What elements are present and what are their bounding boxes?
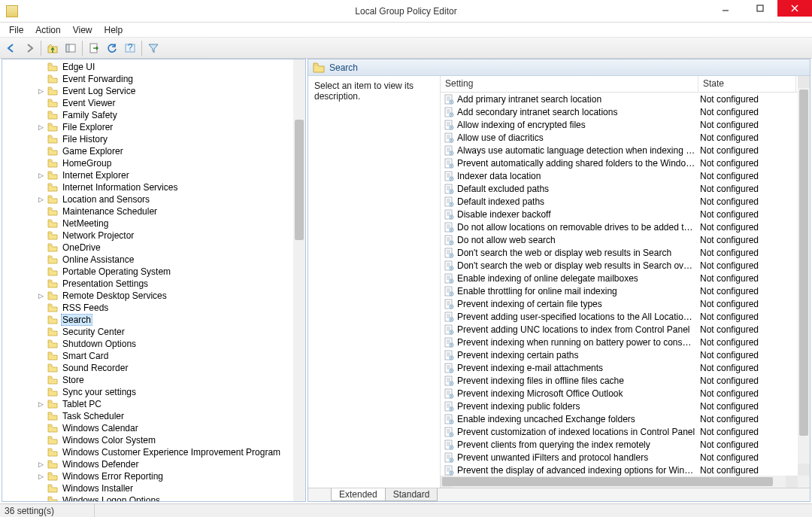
- tree-item[interactable]: Presentation Settings: [47, 278, 293, 290]
- column-state[interactable]: State: [698, 76, 796, 92]
- tree-item[interactable]: Edge UI: [47, 61, 293, 73]
- tree-item[interactable]: Internet Information Services: [47, 181, 293, 193]
- tree-item[interactable]: ▷Event Log Service: [47, 85, 293, 97]
- maximize-button[interactable]: [743, 0, 777, 17]
- tab-extended[interactable]: Extended: [331, 488, 386, 501]
- tree-item[interactable]: NetMeeting: [47, 217, 293, 230]
- setting-row[interactable]: Prevent customization of indexed locatio…: [441, 425, 798, 438]
- setting-row[interactable]: Don't search the web or display web resu…: [441, 259, 798, 272]
- setting-row[interactable]: Always use automatic language detection …: [441, 144, 798, 157]
- menu-action[interactable]: Action: [29, 23, 66, 37]
- tree-item[interactable]: Event Viewer: [47, 97, 293, 109]
- menu-help[interactable]: Help: [98, 23, 129, 37]
- tree-item[interactable]: Shutdown Options: [47, 338, 293, 350]
- tree-item[interactable]: Task Scheduler: [47, 410, 293, 422]
- setting-row[interactable]: Prevent indexing Microsoft Office Outloo…: [441, 387, 798, 400]
- tree-item[interactable]: ▷Location and Sensors: [47, 193, 293, 205]
- setting-row[interactable]: Allow use of diacriticsNot configured: [441, 131, 798, 144]
- expand-icon[interactable]: ▷: [37, 292, 44, 300]
- setting-row[interactable]: Prevent indexing files in offline files …: [441, 374, 798, 387]
- up-level-button[interactable]: [44, 40, 61, 56]
- setting-row[interactable]: Add secondary intranet search locationsN…: [441, 105, 798, 118]
- tree-item[interactable]: Windows Calendar: [47, 422, 293, 434]
- tree-item[interactable]: Security Center: [47, 326, 293, 338]
- scrollbar-thumb[interactable]: [799, 90, 808, 436]
- expand-icon[interactable]: ▷: [37, 473, 44, 480]
- setting-row[interactable]: Default indexed pathsNot configured: [441, 195, 798, 208]
- tree-item[interactable]: ▷Windows Defender: [47, 458, 293, 470]
- tree-item[interactable]: RSS Feeds: [47, 302, 293, 314]
- setting-row[interactable]: Prevent indexing public foldersNot confi…: [441, 400, 798, 412]
- tree-item[interactable]: Sound Recorder: [47, 362, 293, 374]
- tree-scroll[interactable]: Edge UIEvent Forwarding▷Event Log Servic…: [2, 59, 293, 501]
- tree-item[interactable]: Family Safety: [47, 109, 293, 121]
- tree-item[interactable]: Portable Operating System: [47, 266, 293, 278]
- setting-row[interactable]: Disable indexer backoffNot configured: [441, 208, 798, 220]
- tree-item[interactable]: ▷Remote Desktop Services: [47, 290, 293, 302]
- column-setting[interactable]: Setting: [441, 76, 698, 92]
- close-button[interactable]: [777, 0, 812, 17]
- expand-icon[interactable]: ▷: [37, 400, 44, 408]
- show-hide-tree-button[interactable]: [62, 40, 79, 56]
- tree-item[interactable]: Store: [47, 374, 293, 386]
- setting-row[interactable]: Do not allow web searchNot configured: [441, 233, 798, 246]
- tree-item[interactable]: Smart Card: [47, 350, 293, 362]
- expand-icon[interactable]: ▷: [37, 461, 44, 468]
- tree-item[interactable]: Windows Color System: [47, 434, 293, 446]
- list-horizontal-scrollbar[interactable]: [441, 476, 798, 488]
- expand-icon[interactable]: ▷: [37, 196, 44, 203]
- filter-button[interactable]: [145, 40, 162, 56]
- tree-vertical-scrollbar[interactable]: [293, 59, 305, 501]
- list-body[interactable]: Add primary intranet search locationNot …: [441, 93, 798, 476]
- scrollbar-thumb[interactable]: [442, 477, 773, 486]
- setting-row[interactable]: Enable throttling for online mail indexi…: [441, 284, 798, 297]
- setting-row[interactable]: Don't search the web or display web resu…: [441, 246, 798, 259]
- menu-file[interactable]: File: [3, 23, 29, 37]
- tree-item[interactable]: Game Explorer: [47, 145, 293, 157]
- setting-row[interactable]: Prevent clients from querying the index …: [441, 438, 798, 451]
- setting-row[interactable]: Prevent indexing of certain file typesNo…: [441, 297, 798, 310]
- export-button[interactable]: [86, 40, 102, 56]
- setting-row[interactable]: Prevent indexing e-mail attachmentsNot c…: [441, 361, 798, 374]
- refresh-button[interactable]: [104, 40, 120, 56]
- tree-item[interactable]: ▷Tablet PC: [47, 398, 293, 410]
- tree-item[interactable]: ▷Internet Explorer: [47, 169, 293, 181]
- back-button[interactable]: [3, 40, 20, 56]
- tree-item[interactable]: Windows Logon Options: [47, 494, 293, 501]
- setting-row[interactable]: Prevent indexing certain pathsNot config…: [441, 348, 798, 361]
- tree-item[interactable]: Maintenance Scheduler: [47, 205, 293, 217]
- minimize-button[interactable]: [708, 0, 743, 17]
- setting-row[interactable]: Allow indexing of encrypted filesNot con…: [441, 118, 798, 131]
- forward-button[interactable]: [21, 40, 38, 56]
- tree-item[interactable]: Sync your settings: [47, 386, 293, 398]
- setting-row[interactable]: Prevent adding UNC locations to index fr…: [441, 323, 798, 336]
- setting-row[interactable]: Prevent indexing when running on battery…: [441, 336, 798, 348]
- setting-row[interactable]: Prevent automatically adding shared fold…: [441, 157, 798, 169]
- setting-row[interactable]: Enable indexing of online delegate mailb…: [441, 272, 798, 284]
- tree-item[interactable]: Online Assistance: [47, 254, 293, 266]
- setting-row[interactable]: Add primary intranet search locationNot …: [441, 93, 798, 105]
- tree-item[interactable]: ▷File Explorer: [47, 121, 293, 133]
- setting-row[interactable]: Prevent the display of advanced indexing…: [441, 464, 798, 476]
- list-vertical-scrollbar[interactable]: [798, 76, 810, 476]
- setting-row[interactable]: Enable indexing uncached Exchange folder…: [441, 412, 798, 425]
- tree-item[interactable]: Event Forwarding: [47, 73, 293, 85]
- setting-row[interactable]: Indexer data locationNot configured: [441, 169, 798, 182]
- tab-standard[interactable]: Standard: [385, 488, 438, 501]
- tree-item[interactable]: Windows Customer Experience Improvement …: [47, 446, 293, 458]
- expand-icon[interactable]: ▷: [37, 87, 44, 95]
- setting-row[interactable]: Do not allow locations on removable driv…: [441, 220, 798, 233]
- menu-view[interactable]: View: [67, 23, 98, 37]
- tree-item[interactable]: HomeGroup: [47, 157, 293, 169]
- setting-row[interactable]: Prevent adding user-specified locations …: [441, 310, 798, 323]
- tree-item[interactable]: Network Projector: [47, 230, 293, 242]
- help-button[interactable]: ?: [122, 40, 138, 56]
- setting-row[interactable]: Prevent unwanted iFilters and protocol h…: [441, 451, 798, 464]
- tree-item[interactable]: File History: [47, 133, 293, 145]
- tree-item[interactable]: Search: [47, 314, 293, 326]
- expand-icon[interactable]: ▷: [37, 172, 44, 179]
- tree-item[interactable]: Windows Installer: [47, 482, 293, 494]
- expand-icon[interactable]: ▷: [37, 123, 44, 131]
- setting-row[interactable]: Default excluded pathsNot configured: [441, 182, 798, 195]
- scrollbar-thumb[interactable]: [295, 120, 304, 240]
